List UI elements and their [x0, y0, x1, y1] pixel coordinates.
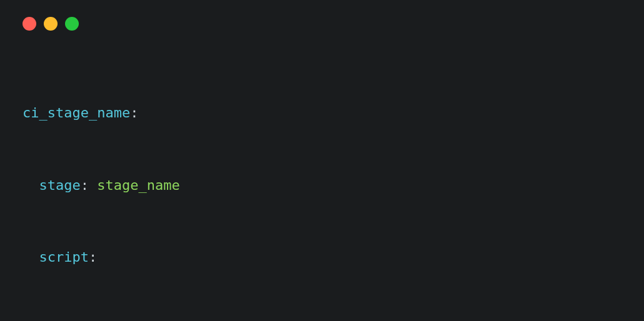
- yaml-value: stage_name: [97, 177, 179, 193]
- minimize-icon[interactable]: [44, 17, 58, 31]
- yaml-key: script: [39, 249, 88, 265]
- code-window: ci_stage_name: stage: stage_name script:…: [0, 0, 644, 321]
- code-line: script:: [23, 245, 621, 270]
- code-line: ci_stage_name:: [23, 101, 621, 126]
- zoom-icon[interactable]: [65, 17, 79, 31]
- yaml-punct: :: [130, 105, 138, 121]
- yaml-punct: :: [89, 249, 97, 265]
- code-line: stage: stage_name: [23, 174, 621, 198]
- window-traffic-lights: [23, 17, 621, 31]
- yaml-key: ci_stage_name: [23, 105, 130, 121]
- yaml-punct: :: [81, 177, 98, 193]
- yaml-key: stage: [39, 177, 80, 193]
- close-icon[interactable]: [23, 17, 36, 31]
- code-line: - step: [23, 318, 621, 322]
- code-block: ci_stage_name: stage: stage_name script:…: [23, 53, 621, 321]
